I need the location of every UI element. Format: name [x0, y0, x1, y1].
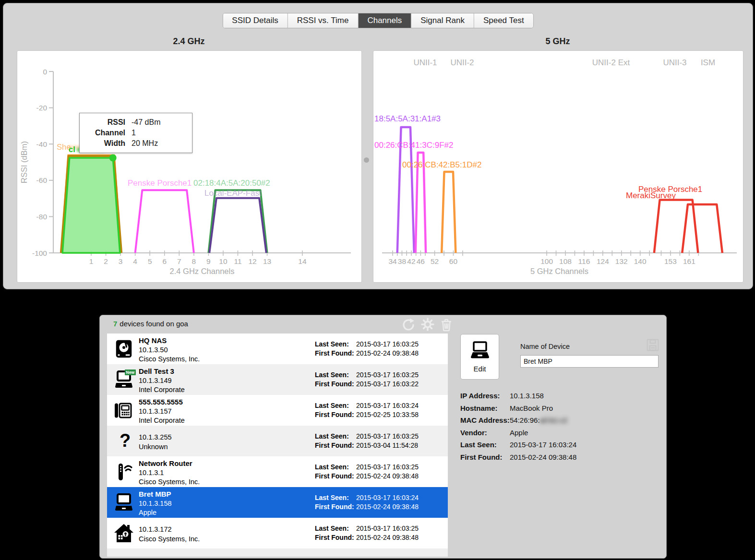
device-count-text: devices found on goa	[120, 320, 188, 328]
network-shape-merakisurvey[interactable]	[654, 200, 698, 253]
network-shape-clements[interactable]	[62, 158, 120, 253]
detail-field: First Found:2015-02-24 09:38:48	[460, 453, 576, 461]
device-vendor: Cisco Systems, Inc.	[139, 535, 200, 544]
chart-panel-24ghz: 12345678910111213142.4 GHz Channels0-20-…	[17, 50, 362, 283]
device-detail-fields: IP Address:10.1.3.158Hostname:MacBook Pr…	[460, 392, 576, 465]
detail-field-label: Last Seen:	[460, 441, 510, 448]
chart-24ghz: 12345678910111213142.4 GHz Channels0-20-…	[17, 51, 361, 282]
router-icon	[113, 461, 135, 483]
detail-field: IP Address:10.1.3.158	[460, 392, 576, 399]
save-icon[interactable]	[646, 338, 660, 352]
last-seen-value: 2015-03-17 16:03:25	[356, 524, 419, 532]
ssid-label-penske-porsche1: Penske Porsche1	[128, 179, 192, 188]
trash-icon[interactable]	[439, 317, 454, 332]
device-vendor: Unknown	[139, 442, 172, 452]
device-ip: 10.1.3.158	[139, 499, 172, 509]
hover-point-marker	[109, 154, 117, 161]
network-shape-02-18-4a-5a-20-50-2[interactable]	[208, 190, 267, 253]
refresh-icon[interactable]	[402, 317, 416, 332]
network-shape-local-eap-fast[interactable]	[209, 198, 266, 253]
devices-window: 7devices found on goa HQ NAS10.1.3.50Cis…	[99, 315, 667, 559]
first-found-value: 2015-02-24 09:38:48	[356, 534, 419, 541]
network-shape-00-26-cb-42-b5-1d-2[interactable]	[442, 172, 455, 253]
detail-field-value: Apple	[510, 429, 528, 436]
device-row[interactable]: Bret MBP10.1.3.158AppleLast Seen:2015-03…	[107, 487, 448, 518]
device-timestamps: Last Seen:2015-03-17 16:03:24First Found…	[315, 401, 419, 419]
chart-title-24ghz: 2.4 GHz	[17, 36, 361, 47]
y-tick-label: -20	[36, 104, 48, 112]
device-timestamps: Last Seen:2015-03-17 16:03:25First Found…	[315, 432, 419, 450]
network-shape-penske-porsche1[interactable]	[682, 204, 722, 253]
last-seen-value: 2015-03-17 16:03:25	[356, 463, 419, 471]
device-vendor: Apple	[139, 508, 172, 518]
first-found-label: First Found:	[315, 472, 356, 481]
tab-speed-test[interactable]: Speed Test	[474, 13, 533, 28]
ssid-label-02-18-4a-5a-20-50-2: 02:18:4A:5A:20:50#2	[193, 179, 270, 188]
phone-icon	[113, 399, 135, 421]
tab-channels[interactable]: Channels	[358, 13, 411, 28]
band-label-unii-1: UNII-1	[413, 58, 437, 67]
band-label-unii-2: UNII-2	[450, 58, 474, 67]
detail-field-value: 10.1.3.158	[510, 392, 544, 399]
x-tick-label: 34	[388, 257, 397, 265]
settings-icon[interactable]	[420, 317, 435, 332]
y-tick-label: -100	[32, 249, 47, 257]
first-found-label: First Found:	[315, 349, 356, 358]
name-of-device-label: Name of Device	[520, 343, 570, 350]
tooltip-value: 1	[132, 128, 136, 138]
tab-ssid-details[interactable]: SSID Details	[223, 13, 288, 28]
view-tabbar: SSID DetailsRSSI vs. TimeChannelsSignal …	[222, 13, 533, 28]
network-shape-penske-porsche1[interactable]	[135, 190, 194, 253]
last-seen-value: 2015-03-17 16:03:25	[356, 340, 419, 348]
device-timestamps: Last Seen:2015-03-17 16:03:25First Found…	[315, 370, 419, 388]
first-found-label: First Found:	[315, 410, 356, 419]
tooltip-value: 20 MHz	[132, 138, 158, 149]
x-tick-label: 52	[431, 257, 439, 265]
x-axis-label: 5 GHz Channels	[530, 267, 588, 275]
splitter-handle[interactable]	[364, 157, 369, 163]
x-tick-label: 6	[162, 257, 167, 265]
device-row[interactable]: HQ NAS10.1.3.50Cisco Systems, Inc.Last S…	[107, 334, 448, 364]
x-tick-label: 116	[578, 257, 590, 265]
tab-rssi-vs-time[interactable]: RSSI vs. Time	[288, 13, 359, 28]
x-tick-label: 4	[133, 257, 137, 265]
mac-redacted: a0:b1:c2	[540, 417, 568, 424]
laptop-icon	[113, 491, 135, 513]
x-tick-label: 3	[119, 257, 123, 265]
x-tick-label: 124	[597, 257, 609, 265]
last-seen-label: Last Seen:	[315, 401, 356, 410]
device-row[interactable]: Network Router10.1.3.1Cisco Systems, Inc…	[107, 456, 448, 487]
edit-button-label: Edit	[461, 365, 499, 373]
device-name-input[interactable]	[520, 355, 659, 368]
device-info: 555.555.555510.1.3.157Intel Corporate	[139, 397, 185, 426]
device-vendor: Intel Corporate	[139, 416, 185, 426]
analyzer-window: SSID DetailsRSSI vs. TimeChannelsSignal …	[3, 3, 753, 289]
device-row[interactable]: NewDell Test 310.1.3.149Intel CorporateL…	[107, 364, 448, 395]
device-ip: 10.1.3.1	[139, 468, 200, 478]
device-row[interactable]: 555.555.555510.1.3.157Intel CorporateLas…	[107, 395, 448, 426]
detail-field-label: IP Address:	[460, 392, 510, 399]
tab-signal-rank[interactable]: Signal Rank	[411, 13, 474, 28]
band-label-unii-2-ext: UNII-2 Ext	[592, 58, 630, 67]
x-tick-label: 5	[148, 257, 152, 265]
new-badge: New	[125, 369, 136, 375]
detail-field-label: Vendor:	[460, 429, 510, 436]
device-row[interactable]: 10.1.3.172Cisco Systems, Inc.Last Seen:2…	[107, 518, 448, 548]
device-row[interactable]: ?10.1.3.255UnknownLast Seen:2015-03-17 1…	[107, 426, 448, 456]
x-tick-label: 7	[177, 257, 181, 265]
first-found-value: 2015-02-24 09:38:48	[356, 503, 419, 511]
edit-button[interactable]: Edit	[460, 334, 499, 380]
y-tick-label: -80	[36, 213, 48, 221]
nas-icon	[113, 338, 135, 360]
y-tick-label: -60	[36, 176, 48, 184]
x-tick-label: 2	[104, 257, 108, 265]
first-found-value: 2015-02-24 09:38:48	[356, 349, 419, 357]
last-seen-label: Last Seen:	[315, 463, 356, 472]
chart-title-5ghz: 5 GHz	[373, 36, 743, 47]
tooltip-label: Width	[80, 138, 125, 149]
detail-field-value: MacBook Pro	[510, 405, 553, 412]
x-tick-label: 10	[219, 257, 228, 265]
last-seen-label: Last Seen:	[315, 370, 356, 380]
device-timestamps: Last Seen:2015-03-17 16:03:25First Found…	[315, 463, 419, 480]
device-ip: 10.1.3.149	[139, 376, 185, 386]
